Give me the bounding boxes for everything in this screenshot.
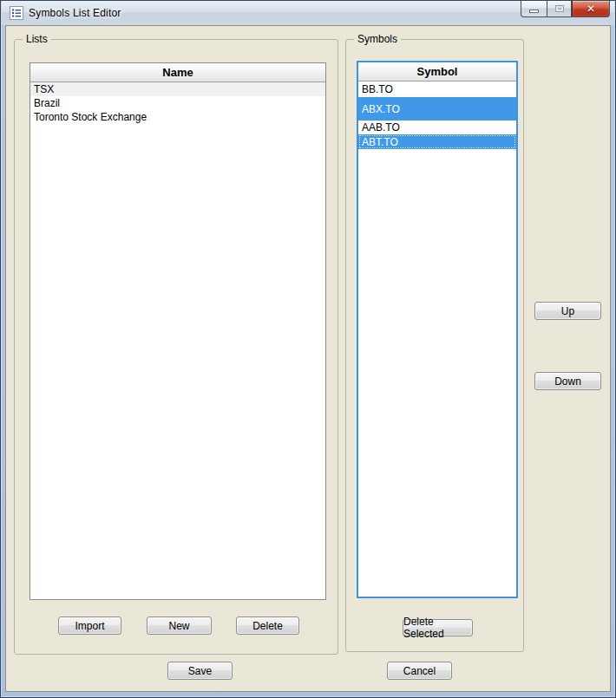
- lists-table-header-name[interactable]: Name: [30, 63, 325, 82]
- symbols-list-editor-window: Symbols List Editor ✕ Lists Name TSX: [0, 0, 616, 698]
- lists-table[interactable]: Name TSX Brazil Toronto Stock Exchange: [29, 62, 326, 600]
- symbol-row-bb-to[interactable]: BB.TO: [358, 82, 516, 97]
- symbol-row-label: BB.TO: [362, 83, 393, 95]
- symbol-row-label: ABT.TO: [362, 136, 398, 148]
- delete-selected-button[interactable]: Delete Selected: [403, 619, 473, 636]
- list-row-label: Toronto Stock Exchange: [34, 111, 147, 123]
- new-button[interactable]: New: [147, 616, 212, 635]
- list-row-label: Brazil: [34, 97, 60, 109]
- close-button[interactable]: ✕: [572, 1, 610, 17]
- symbol-row-abx-to[interactable]: ABX.TO: [358, 97, 516, 121]
- minimize-button[interactable]: [521, 1, 547, 17]
- close-icon: ✕: [587, 3, 595, 14]
- down-button[interactable]: Down: [534, 372, 601, 390]
- cancel-button[interactable]: Cancel: [387, 662, 452, 680]
- symbols-table-header-symbol[interactable]: Symbol: [358, 62, 516, 82]
- up-button[interactable]: Up: [534, 302, 601, 320]
- maximize-button[interactable]: [547, 1, 572, 17]
- maximize-icon: [555, 5, 564, 12]
- list-icon: [10, 6, 23, 20]
- symbols-table[interactable]: Symbol BB.TO ABX.TO AAB.TO ABT.TO: [357, 61, 518, 598]
- symbols-group: Symbols Symbol BB.TO ABX.TO AAB.TO ABT.T…: [345, 39, 524, 652]
- list-row-toronto-stock-exchange[interactable]: Toronto Stock Exchange: [30, 110, 325, 124]
- lists-group-label: Lists: [23, 33, 51, 45]
- symbols-group-label: Symbols: [354, 33, 401, 45]
- titlebar[interactable]: Symbols List Editor ✕: [2, 1, 614, 25]
- import-button[interactable]: Import: [58, 616, 121, 635]
- symbol-row-abt-to[interactable]: ABT.TO: [358, 134, 516, 149]
- minimize-icon: [529, 10, 539, 13]
- symbol-row-label: ABX.TO: [362, 103, 400, 115]
- client-area: Lists Name TSX Brazil Toronto Stock Exch…: [5, 25, 611, 692]
- save-button[interactable]: Save: [167, 662, 233, 680]
- symbol-row-aab-to[interactable]: AAB.TO: [358, 121, 516, 134]
- window-title: Symbols List Editor: [29, 7, 121, 19]
- delete-button[interactable]: Delete: [236, 616, 299, 635]
- list-row-label: TSX: [34, 83, 54, 95]
- caption-buttons: ✕: [521, 1, 610, 17]
- list-row-tsx[interactable]: TSX: [30, 82, 325, 96]
- list-row-brazil[interactable]: Brazil: [30, 96, 325, 110]
- lists-group: Lists Name TSX Brazil Toronto Stock Exch…: [14, 39, 338, 655]
- symbol-row-label: AAB.TO: [362, 121, 400, 134]
